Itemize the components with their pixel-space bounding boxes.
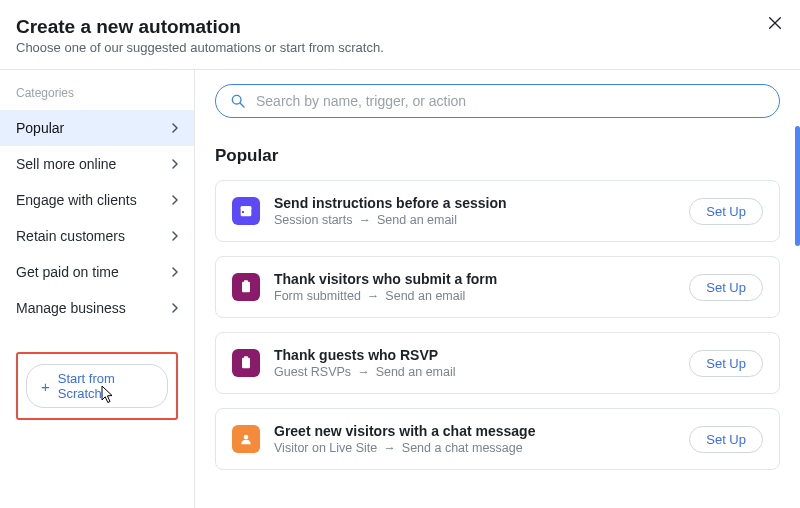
chevron-right-icon [170,231,180,241]
chevron-right-icon [170,303,180,313]
set-up-button[interactable]: Set Up [689,426,763,453]
clipboard-icon [232,349,260,377]
card-title: Thank visitors who submit a form [274,271,675,287]
categories-label: Categories [0,80,194,110]
svg-line-1 [240,103,244,107]
set-up-button[interactable]: Set Up [689,350,763,377]
highlight-annotation: + Start from Scratch [16,352,178,420]
section-title: Popular [215,146,780,166]
dialog-title: Create a new automation [16,16,784,38]
svg-rect-4 [242,211,244,213]
close-button[interactable] [764,12,786,34]
svg-rect-5 [242,282,250,293]
sidebar-item-retain-customers[interactable]: Retain customers [0,218,194,254]
dialog-subtitle: Choose one of our suggested automations … [16,40,784,55]
sidebar-item-label: Retain customers [16,228,125,244]
card-subtitle: Session starts → Send an email [274,213,675,227]
search-container[interactable] [215,84,780,118]
sidebar-item-popular[interactable]: Popular [0,110,194,146]
arrow-right-icon: → [359,213,372,227]
set-up-button[interactable]: Set Up [689,274,763,301]
card-title: Greet new visitors with a chat message [274,423,675,439]
svg-rect-7 [242,358,250,369]
automation-card: Send instructions before a session Sessi… [215,180,780,242]
card-subtitle: Form submitted → Send an email [274,289,675,303]
clipboard-icon [232,273,260,301]
sidebar-item-label: Popular [16,120,64,136]
close-icon [767,15,783,31]
cursor-icon [96,384,116,410]
card-title: Send instructions before a session [274,195,675,211]
chat-icon [232,425,260,453]
chevron-right-icon [170,123,180,133]
sidebar-item-label: Manage business [16,300,126,316]
card-subtitle: Guest RSVPs → Send an email [274,365,675,379]
sidebar-item-sell-more[interactable]: Sell more online [0,146,194,182]
calendar-icon [232,197,260,225]
arrow-right-icon: → [367,289,380,303]
sidebar-item-get-paid[interactable]: Get paid on time [0,254,194,290]
plus-icon: + [41,379,50,394]
card-subtitle: Visitor on Live Site → Send a chat messa… [274,441,675,455]
arrow-right-icon: → [357,365,370,379]
set-up-button[interactable]: Set Up [689,198,763,225]
sidebar-item-label: Engage with clients [16,192,137,208]
search-input[interactable] [256,93,765,109]
svg-rect-8 [244,356,248,359]
sidebar-item-engage-clients[interactable]: Engage with clients [0,182,194,218]
automation-card: Greet new visitors with a chat message V… [215,408,780,470]
chevron-right-icon [170,267,180,277]
svg-point-9 [244,435,249,440]
search-icon [230,93,246,109]
svg-rect-6 [244,280,248,283]
chevron-right-icon [170,159,180,169]
dialog-header: Create a new automation Choose one of ou… [0,0,800,69]
sidebar-item-manage-business[interactable]: Manage business [0,290,194,326]
main-content: Popular Send instructions before a sessi… [195,70,800,508]
scrollbar-thumb[interactable] [795,126,800,246]
card-title: Thank guests who RSVP [274,347,675,363]
svg-rect-3 [241,206,252,209]
categories-sidebar: Categories Popular Sell more online Enga… [0,70,195,508]
chevron-right-icon [170,195,180,205]
sidebar-item-label: Get paid on time [16,264,119,280]
automation-card: Thank guests who RSVP Guest RSVPs → Send… [215,332,780,394]
automation-card: Thank visitors who submit a form Form su… [215,256,780,318]
sidebar-item-label: Sell more online [16,156,116,172]
arrow-right-icon: → [383,441,396,455]
